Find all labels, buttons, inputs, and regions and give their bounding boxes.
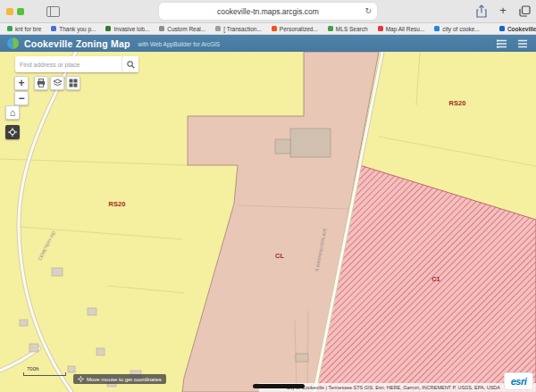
map-container: CEMETERY RD S WASHINGTON AVE RS20 RS20 C… xyxy=(0,52,536,392)
bookmark-label: Cookeville Z... xyxy=(507,26,536,32)
bookmark-favicon xyxy=(499,26,505,31)
share-icon[interactable] xyxy=(475,4,488,18)
bookmark-favicon xyxy=(105,26,111,31)
browser-window: cookeville-tn.maps.arcgis.com ↻ + knt fo… xyxy=(0,0,536,392)
bookmark-favicon xyxy=(272,26,277,31)
zoom-out-button[interactable]: − xyxy=(14,91,29,105)
coordinates-crosshair-icon xyxy=(78,376,84,382)
zone-label-c1: C1 xyxy=(431,275,440,283)
zoom-in-button[interactable]: + xyxy=(14,76,29,90)
bookmark-label: knt for bre xyxy=(15,26,41,32)
esri-logo-text: esri xyxy=(511,376,527,387)
scale-line xyxy=(23,372,66,376)
print-button[interactable] xyxy=(34,76,48,90)
locate-crosshair-icon xyxy=(8,128,17,137)
bookmark-favicon xyxy=(328,26,333,31)
bookmark-item[interactable]: city of cooke... xyxy=(434,26,480,32)
app-header: Cookeville Zoning Map with Web AppBuilde… xyxy=(0,35,536,52)
bookmark-favicon xyxy=(434,26,440,31)
sidebar-toggle-icon[interactable] xyxy=(46,6,60,17)
my-location-button[interactable] xyxy=(5,125,20,139)
app-subtitle: with Web AppBuilder for ArcGIS xyxy=(138,41,221,47)
bookmark-item[interactable]: Invasive lob... xyxy=(105,26,149,32)
basemap-grid-icon xyxy=(69,79,78,88)
bookmark-item-active[interactable]: Cookeville Z... xyxy=(499,26,536,32)
window-zoom-button[interactable] xyxy=(17,8,24,15)
bookmark-item[interactable]: Personalized... xyxy=(272,26,318,32)
bookmark-favicon xyxy=(51,26,56,31)
new-tab-icon[interactable]: + xyxy=(497,4,509,18)
bookmark-label: Invasive lob... xyxy=(113,26,149,32)
zone-label-rs20-left: RS20 xyxy=(109,200,126,208)
basemap-gallery-button[interactable] xyxy=(66,76,80,90)
reload-icon[interactable]: ↻ xyxy=(364,5,372,17)
search-input[interactable] xyxy=(15,56,121,72)
bookmark-item[interactable]: MLS Search xyxy=(328,26,368,32)
bookmark-favicon xyxy=(378,26,383,31)
layers-button[interactable] xyxy=(50,76,64,90)
bookmark-favicon xyxy=(215,26,221,31)
bookmark-item[interactable]: Map All Resu... xyxy=(378,26,425,32)
bookmark-label: MLS Search xyxy=(336,26,368,32)
zoom-in-label: + xyxy=(18,79,24,88)
bookmark-item[interactable]: knt for bre xyxy=(7,26,41,32)
bookmark-label: Custom Real... xyxy=(167,26,205,32)
printer-icon xyxy=(37,79,46,88)
scale-label: 700ft xyxy=(27,366,66,371)
bookmark-item[interactable]: [ Transaction... xyxy=(215,26,262,32)
zone-label-cl: CL xyxy=(275,252,284,260)
layer-list-icon[interactable] xyxy=(497,38,507,49)
window-minimize-button[interactable] xyxy=(6,8,13,15)
home-icon: ⌂ xyxy=(10,108,16,118)
bookmark-item[interactable]: Thank you p... xyxy=(51,26,96,32)
default-extent-button[interactable]: ⌂ xyxy=(5,105,20,120)
zoom-out-label: − xyxy=(18,94,24,103)
app-title: Cookeville Zoning Map xyxy=(24,38,130,49)
zone-label-rs20-right: RS20 xyxy=(449,99,466,107)
esri-logo[interactable]: esri xyxy=(504,372,533,390)
home-indicator xyxy=(253,384,305,388)
bookmarks-bar: knt for bre Thank you p... Invasive lob.… xyxy=(0,23,536,35)
bookmark-label: Personalized... xyxy=(280,26,318,32)
tab-overview-icon[interactable] xyxy=(518,4,531,18)
bookmark-label: Thank you p... xyxy=(59,26,96,32)
attribution-text: City of Cookeville | Tennessee STS GIS, … xyxy=(287,385,500,390)
browser-toolbar: cookeville-tn.maps.arcgis.com ↻ + xyxy=(0,0,536,23)
layers-icon xyxy=(53,79,63,88)
bookmark-item[interactable]: Custom Real... xyxy=(159,26,205,32)
bookmark-label: city of cooke... xyxy=(442,26,480,32)
scale-bar: 700ft xyxy=(23,366,66,376)
coordinates-button[interactable]: Move mouse to get coordinates xyxy=(73,374,166,384)
bookmark-label: [ Transaction... xyxy=(223,26,262,32)
search-button[interactable] xyxy=(121,56,138,72)
menu-icon[interactable] xyxy=(517,38,528,49)
bookmark-label: Map All Resu... xyxy=(386,26,425,32)
bookmark-favicon xyxy=(7,26,13,31)
url-text: cookeville-tn.maps.arcgis.com xyxy=(217,7,319,16)
bookmark-favicon xyxy=(159,26,164,31)
map-canvas[interactable]: CEMETERY RD S WASHINGTON AVE RS20 RS20 C… xyxy=(0,52,536,392)
search-widget xyxy=(15,56,138,72)
address-bar[interactable]: cookeville-tn.maps.arcgis.com ↻ xyxy=(159,3,377,20)
search-icon xyxy=(127,61,135,69)
arcgis-app-logo xyxy=(7,38,19,49)
coordinates-button-label: Move mouse to get coordinates xyxy=(87,377,162,382)
